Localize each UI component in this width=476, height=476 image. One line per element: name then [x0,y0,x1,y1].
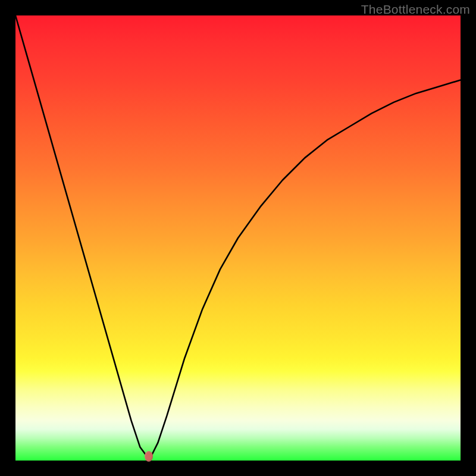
chart-frame: TheBottleneck.com [0,0,476,476]
chart-curve [15,15,461,461]
chart-plot-area [15,15,461,461]
chart-marker [145,451,153,462]
watermark-text: TheBottleneck.com [361,2,470,17]
